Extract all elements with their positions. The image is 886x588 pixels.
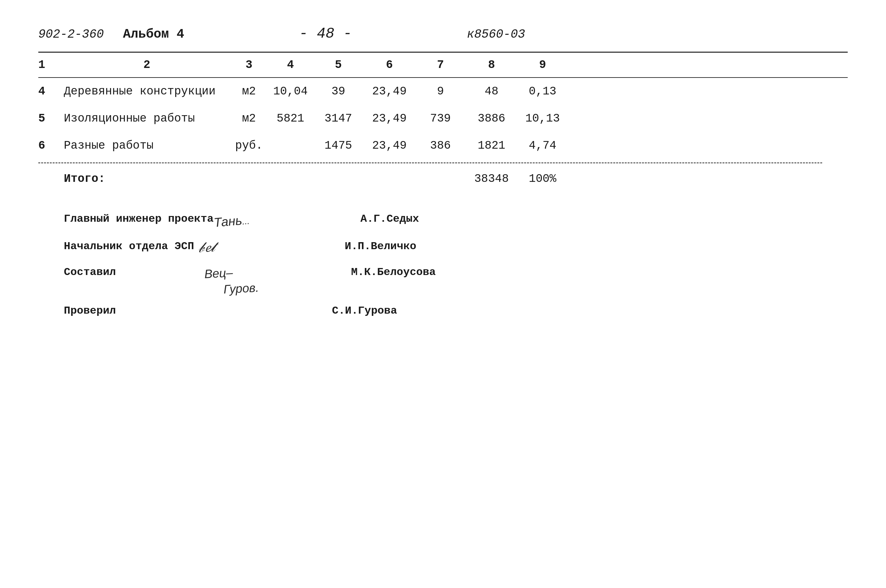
main-table: 1 2 3 4 5 6 7 8 9 4 Деревянные конструкц… <box>38 52 848 191</box>
album-label: Альбом 4 <box>123 27 184 42</box>
doc-code: к8560-03 <box>467 27 525 41</box>
sig-row-2: Начальник отдела ЭСП 𝒷𝓮𝓉 И.П.Величко <box>64 236 848 253</box>
row-name: Разные работы <box>64 139 230 152</box>
sig-name-3: М.К.Белоусова <box>351 266 435 278</box>
sig-label-3: Составил <box>64 266 198 278</box>
sig-handwriting-3b: Гуров. <box>223 276 345 296</box>
page-number: - 48 - <box>299 26 352 42</box>
row-col6: 23,49 <box>364 112 415 125</box>
col-header-6: 6 <box>364 58 415 72</box>
row-num: 6 <box>38 139 64 152</box>
row-unit: руб. <box>230 139 268 152</box>
row-name: Изоляционные работы <box>64 112 230 125</box>
col-header-4: 4 <box>268 58 313 72</box>
header: 902-2-360 Альбом 4 - 48 - к8560-03 <box>38 26 848 42</box>
column-headers: 1 2 3 4 5 6 7 8 9 <box>38 52 848 78</box>
totals-row: Итого: 38348 100% <box>38 166 848 191</box>
table-row: 6 Разные работы руб. 1475 23,49 386 1821… <box>38 132 848 159</box>
row-num: 5 <box>38 112 64 125</box>
col-header-9: 9 <box>517 58 568 72</box>
col-header-2: 2 <box>64 58 230 72</box>
row-col5: 3147 <box>313 112 364 125</box>
row-col5: 1475 <box>313 139 364 152</box>
signatures-section: Главный инженер проекта Тань... А.Г.Седы… <box>64 210 848 317</box>
row-col8: 3886 <box>466 112 517 125</box>
row-col4: 5821 <box>268 112 313 125</box>
totals-col8: 38348 <box>466 172 517 185</box>
totals-label: Итого: <box>64 172 230 185</box>
sig-row-1: Главный инженер проекта Тань... А.Г.Седы… <box>64 210 848 225</box>
sig-row-3: Составил Вец– М.К.Белоусова Гуров. <box>64 264 848 293</box>
row-col6: 23,49 <box>364 85 415 98</box>
row-col8: 48 <box>466 85 517 98</box>
row-col9: 4,74 <box>517 139 568 152</box>
sig-row-4: Проверил С.И.Гурова <box>64 305 848 317</box>
col-header-1: 1 <box>38 58 64 72</box>
sig-handwriting-1: Тань... <box>213 205 335 230</box>
dashed-separator <box>38 162 822 164</box>
row-name: Деревянные конструкции <box>64 85 230 98</box>
row-col7: 9 <box>415 85 466 98</box>
sig-label-4: Проверил <box>64 305 198 317</box>
row-col9: 0,13 <box>517 85 568 98</box>
row-unit: м2 <box>230 85 268 98</box>
sig-name-4: С.И.Гурова <box>332 305 397 317</box>
row-col7: 386 <box>415 139 466 152</box>
table-row: 5 Изоляционные работы м2 5821 3147 23,49… <box>38 105 848 132</box>
row-col4: 10,04 <box>268 85 313 98</box>
doc-number: 902-2-360 <box>38 27 104 41</box>
row-col9: 10,13 <box>517 112 568 125</box>
row-num: 4 <box>38 85 64 98</box>
col-header-7: 7 <box>415 58 466 72</box>
sig-label-1: Главный инженер проекта <box>64 213 213 225</box>
row-col8: 1821 <box>466 139 517 152</box>
col-header-5: 5 <box>313 58 364 72</box>
sig-handwriting-2: 𝒷𝓮𝓉 <box>198 233 320 256</box>
sig-label-2: Начальник отдела ЭСП <box>64 240 198 252</box>
col-header-8: 8 <box>466 58 517 72</box>
table-row: 4 Деревянные конструкции м2 10,04 39 23,… <box>38 78 848 105</box>
row-unit: м2 <box>230 112 268 125</box>
row-col5: 39 <box>313 85 364 98</box>
row-col6: 23,49 <box>364 139 415 152</box>
sig-name-1: А.Г.Седых <box>360 213 419 225</box>
sig-name-2: И.П.Величко <box>345 240 416 252</box>
row-col7: 739 <box>415 112 466 125</box>
totals-col9: 100% <box>517 172 568 185</box>
col-header-3: 3 <box>230 58 268 72</box>
